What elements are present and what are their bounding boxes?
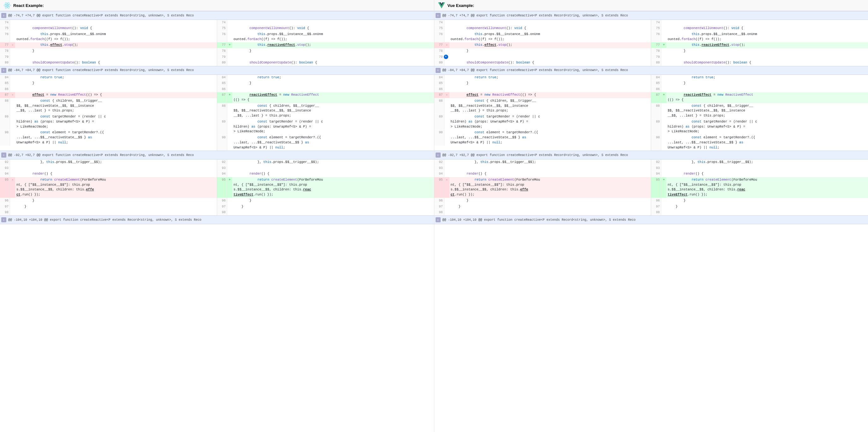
- vue-hunk2-label: @@ -84,7 +84,7 @@ export function create…: [442, 68, 628, 72]
- vue-hunk2-right: 84 return true; 85 } 86: [651, 75, 868, 151]
- line-74-right: 74: [217, 20, 434, 26]
- v2-90-left: 90 const element = targetRender?.({...la…: [434, 130, 651, 146]
- react-hunk3-left: 92 }, this.props.$$__trigger__$$); 93 94: [0, 160, 217, 215]
- r2-89-right: 89 const targetRender = (render || child…: [217, 119, 434, 135]
- expand-icon-v1[interactable]: ⇕: [436, 13, 441, 18]
- v3-93-left: 93: [434, 166, 651, 171]
- react-hunk1-left: 74 75 componentWillUnmount(): void { 76: [0, 20, 217, 66]
- r3-96-right: 96 }: [217, 198, 434, 204]
- v1-78-right: 78 }: [651, 48, 868, 54]
- v1-79-left: 79 +: [434, 54, 651, 60]
- vue-hunk1-panes: 74 75 componentWillUnmount(): void { 76: [434, 20, 868, 66]
- vue-hunk3-label: @@ -92,7 +92,7 @@ export function create…: [442, 153, 628, 157]
- r3-94-left: 94 render() {: [0, 171, 217, 177]
- vue-hunk1-header: ⇕ @@ -74,7 +74,7 @@ export function crea…: [434, 11, 868, 20]
- line-74-left: 74: [0, 20, 217, 26]
- react-hunk3: ⇕ @@ -92,7 +92,7 @@ export function crea…: [0, 151, 434, 215]
- vue-hunk3-panes: 92 }, this.props.$$__trigger__$$); 93 94: [434, 160, 868, 215]
- r2-89-left: 89 const targetRender = (render || child…: [0, 114, 217, 130]
- r3-95-left-del: 95 - return createElement(ForBeforeMount…: [0, 177, 217, 198]
- v3-97-right: 97 }: [651, 204, 868, 210]
- r2-87-right-add: 87 + reactiveEffect = new ReactiveEffect…: [217, 92, 434, 103]
- v2-87-left-del: 87 - effect = new ReactiveEffect(() => {: [434, 92, 651, 98]
- react-panel-title: React Example:: [13, 3, 44, 8]
- react-panel: React Example: ⇕ @@ -74,7 +74,7 @@ expor…: [0, 0, 434, 432]
- react-diff-container[interactable]: ⇕ @@ -74,7 +74,7 @@ export function crea…: [0, 11, 434, 432]
- vue-diff-container[interactable]: ⇕ @@ -74,7 +74,7 @@ export function crea…: [434, 11, 868, 432]
- vue-hunk2: ⇕ @@ -84,7 +84,7 @@ export function crea…: [434, 66, 868, 151]
- react-hunk3-panes: 92 }, this.props.$$__trigger__$$); 93 94: [0, 160, 434, 215]
- expand-icon-3[interactable]: ⇕: [1, 152, 6, 157]
- v2-88-right: 88 const { children, $$__trigger__$$, $$…: [651, 103, 868, 119]
- v1-77-left-del: 77 - this.effect.stop();: [434, 42, 651, 48]
- v1-75-right: 75 componentWillUnmount(): void {: [651, 26, 868, 32]
- vue-panel: Vue Example: ⇕ @@ -74,7 +74,7 @@ export …: [434, 0, 868, 432]
- line-79-right: 79: [217, 54, 434, 60]
- react-hunk2-header: ⇕ @@ -84,7 +84,7 @@ export function crea…: [0, 66, 434, 75]
- r3-93-left: 93: [0, 166, 217, 171]
- vue-hunk1: ⇕ @@ -74,7 +74,7 @@ export function crea…: [434, 11, 868, 66]
- line-76-left: 76 this.props.$$__instance__$$.onUnmount…: [0, 32, 217, 42]
- v3-96-left: 96 }: [434, 198, 651, 204]
- expand-icon[interactable]: ⇕: [1, 13, 6, 18]
- v3-92-right: 92 }, this.props.$$__trigger__$$);: [651, 160, 868, 166]
- v3-94-right: 94 render() {: [651, 171, 868, 177]
- react-hunk2-panes: 84 return true; 85 } 86: [0, 75, 434, 151]
- v2-87-right-add: 87 + reactiveEffect = new ReactiveEffect…: [651, 92, 868, 103]
- vue-logo: [438, 2, 445, 9]
- expand-icon-2[interactable]: ⇕: [1, 68, 6, 73]
- v3-94-left: 94 render() {: [434, 171, 651, 177]
- react-hunk2-left: 84 return true; 85 } 86: [0, 75, 217, 151]
- react-hunk3-header: ⇕ @@ -92,7 +92,7 @@ export function crea…: [0, 151, 434, 160]
- v3-96-right: 96 }: [651, 198, 868, 204]
- vue-hunk4-header: ⇕ @@ -104,10 +104,10 @@ export function …: [434, 215, 868, 224]
- v1-74-right: 74: [651, 20, 868, 26]
- react-hunk3-right: 92 }, this.props.$$__trigger__$$); 93 94: [217, 160, 434, 215]
- hunk1-label: @@ -74,7 +74,7 @@ export function create…: [8, 14, 194, 18]
- v1-74-left: 74: [434, 20, 651, 26]
- line-75-left: 75 componentWillUnmount(): void {: [0, 26, 217, 32]
- v2-84-left: 84 return true;: [434, 75, 651, 81]
- react-hunk4: ⇕ @@ -104,10 +104,10 @@ export function …: [0, 215, 434, 224]
- v3-95-left-del: 95 - return createElement(ForBeforeMount…: [434, 177, 651, 198]
- v1-76-left: 76 this.props.$$__instance__$$.onUnmount…: [434, 32, 651, 42]
- main-container: React Example: ⇕ @@ -74,7 +74,7 @@ expor…: [0, 0, 868, 432]
- expand-icon-v4[interactable]: ⇕: [436, 217, 441, 222]
- v1-76-right: 76 this.props.$$__instance__$$.onUnmount…: [651, 32, 868, 42]
- r2-88-right: 88 const { children, $$__trigger__$$, $$…: [217, 103, 434, 119]
- v3-98-left: 98: [434, 210, 651, 215]
- r2-84-left: 84 return true;: [0, 75, 217, 81]
- vue-hunk4-label: @@ -104,10 +104,10 @@ export function cr…: [442, 218, 636, 222]
- react-hunk1-header: ⇕ @@ -74,7 +74,7 @@ export function crea…: [0, 11, 434, 20]
- vue-hunk2-panes: 84 return true; 85 } 86: [434, 75, 868, 151]
- vue-hunk2-header: ⇕ @@ -84,7 +84,7 @@ export function crea…: [434, 66, 868, 75]
- vue-hunk4: ⇕ @@ -104,10 +104,10 @@ export function …: [434, 215, 868, 224]
- r2-85-right: 85 }: [217, 81, 434, 87]
- v1-77-right-add: 77 + this.reactiveEffect.stop();: [651, 42, 868, 48]
- v1-79-right: 79: [651, 54, 868, 60]
- v2-89-left: 89 const targetRender = (render || child…: [434, 114, 651, 130]
- expand-icon-v3[interactable]: ⇕: [436, 152, 441, 157]
- r3-98-right: 98: [217, 210, 434, 215]
- react-hunk2-right: 84 return true; 85 } 86: [217, 75, 434, 151]
- r2-86-left: 86: [0, 87, 217, 92]
- line-79-plus-badge[interactable]: +: [444, 55, 448, 59]
- vue-panel-title: Vue Example:: [447, 3, 474, 8]
- v3-92-left: 92 }, this.props.$$__trigger__$$);: [434, 160, 651, 166]
- v2-88-left: 88 const { children, $$__trigger__$$, $$…: [434, 98, 651, 114]
- vue-panel-header: Vue Example:: [434, 0, 868, 11]
- line-80-left: 80 shouldComponentUpdate(): boolean {: [0, 60, 217, 66]
- v1-80-right: 80 shouldComponentUpdate(): boolean {: [651, 60, 868, 66]
- v2-86-left: 86: [434, 87, 651, 92]
- v1-80-left: 80 shouldComponentUpdate(): boolean {: [434, 60, 651, 66]
- expand-icon-4[interactable]: ⇕: [1, 217, 6, 222]
- react-hunk2: ⇕ @@ -84,7 +84,7 @@ export function crea…: [0, 66, 434, 151]
- v2-85-left: 85 }: [434, 81, 651, 87]
- vue-hunk3-left: 92 }, this.props.$$__trigger__$$); 93 94: [434, 160, 651, 215]
- line-80-right: 80 shouldComponentUpdate(): boolean {: [217, 60, 434, 66]
- hunk3-label: @@ -92,7 +92,7 @@ export function create…: [8, 153, 194, 157]
- expand-icon-v2[interactable]: ⇕: [436, 68, 441, 73]
- line-77-left-del: 77 - this.effect.stop();: [0, 42, 217, 48]
- r2-86-right: 86: [217, 87, 434, 92]
- react-hunk4-header: ⇕ @@ -104,10 +104,10 @@ export function …: [0, 215, 434, 224]
